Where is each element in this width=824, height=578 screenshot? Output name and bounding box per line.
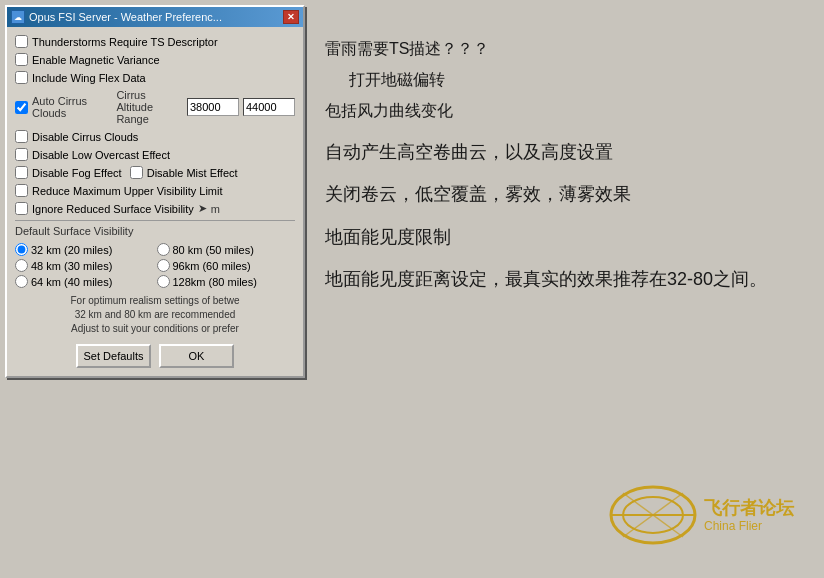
disable-cirrus-label: Disable Cirrus Clouds: [32, 131, 138, 143]
app-icon: ☁: [11, 10, 25, 24]
title-bar-left: ☁ Opus FSI Server - Weather Preferenc...: [11, 10, 222, 24]
disable-mist-label: Disable Mist Effect: [147, 167, 238, 179]
radio-48km-input[interactable]: [15, 259, 28, 272]
m-unit: m: [211, 203, 220, 215]
annotation-line7: 地面能见度距离设定，最真实的效果推荐在32-80之间。: [325, 264, 795, 295]
info-line2: 32 km and 80 km are recommended: [15, 308, 295, 322]
info-line3: Adjust to suit your conditions or prefer: [15, 322, 295, 336]
thunderstorms-row: Thunderstorms Require TS Descriptor: [15, 35, 295, 48]
annotation-line6: 地面能见度限制: [325, 222, 795, 253]
radio-80km: 80 km (50 miles): [157, 243, 296, 256]
magnetic-variance-checkbox[interactable]: [15, 53, 28, 66]
auto-cirrus-checkbox[interactable]: [15, 101, 28, 114]
radio-64km: 64 km (40 miles): [15, 275, 154, 288]
annotation-line1: 雷雨需要TS描述？？？: [325, 35, 795, 62]
window-title: Opus FSI Server - Weather Preferenc...: [29, 11, 222, 23]
thunderstorms-label: Thunderstorms Require TS Descriptor: [32, 36, 218, 48]
wing-flex-checkbox[interactable]: [15, 71, 28, 84]
annotation-line2: 打开地磁偏转: [325, 66, 795, 93]
info-text: For optimum realism settings of betwe 32…: [15, 294, 295, 336]
logo-sub-text: China Flier: [704, 519, 794, 533]
annotation-section-2: 自动产生高空卷曲云，以及高度设置: [325, 137, 795, 168]
set-defaults-button[interactable]: Set Defaults: [76, 344, 151, 368]
ignore-reduced-checkbox[interactable]: [15, 202, 28, 215]
radio-48km: 48 km (30 miles): [15, 259, 154, 272]
disable-fog-section: Disable Fog Effect: [15, 166, 122, 179]
disable-mist-section: Disable Mist Effect: [130, 166, 238, 179]
disable-cirrus-checkbox[interactable]: [15, 130, 28, 143]
logo-main-text: 飞行者论坛: [704, 498, 794, 520]
disable-low-overcast-row: Disable Low Overcast Effect: [15, 148, 295, 161]
radio-96km: 96km (60 miles): [157, 259, 296, 272]
disable-fog-label: Disable Fog Effect: [32, 167, 122, 179]
radio-80km-label: 80 km (50 miles): [173, 244, 254, 256]
radio-32km-input[interactable]: [15, 243, 28, 256]
magnetic-variance-row: Enable Magnetic Variance: [15, 53, 295, 66]
arrow-icon: ➤: [198, 202, 207, 215]
radio-32km-label: 32 km (20 miles): [31, 244, 112, 256]
info-line1: For optimum realism settings of betwe: [15, 294, 295, 308]
reduce-visibility-label: Reduce Maximum Upper Visibility Limit: [32, 185, 223, 197]
ignore-reduced-label: Ignore Reduced Surface Visibility: [32, 203, 194, 215]
disable-fog-checkbox[interactable]: [15, 166, 28, 179]
radio-48km-label: 48 km (30 miles): [31, 260, 112, 272]
altitude-section: Cirrus Altitude Range: [116, 89, 295, 125]
button-row: Set Defaults OK: [15, 344, 295, 368]
disable-low-overcast-checkbox[interactable]: [15, 148, 28, 161]
radio-80km-input[interactable]: [157, 243, 170, 256]
preferences-window: ☁ Opus FSI Server - Weather Preferenc...…: [5, 5, 305, 378]
window-content: Thunderstorms Require TS Descriptor Enab…: [7, 27, 303, 376]
title-bar: ☁ Opus FSI Server - Weather Preferenc...…: [7, 7, 303, 27]
visibility-section: Default Surface Visibility 32 km (20 mil…: [15, 225, 295, 336]
disable-cirrus-row: Disable Cirrus Clouds: [15, 130, 295, 143]
thunderstorms-checkbox[interactable]: [15, 35, 28, 48]
close-button[interactable]: ✕: [283, 10, 299, 24]
auto-cirrus-label: Auto Cirrus Clouds: [32, 95, 108, 119]
radio-96km-label: 96km (60 miles): [173, 260, 251, 272]
fog-mist-row: Disable Fog Effect Disable Mist Effect: [15, 166, 295, 179]
radio-128km-label: 128km (80 miles): [173, 276, 257, 288]
radio-grid: 32 km (20 miles) 80 km (50 miles) 48 km …: [15, 243, 295, 288]
auto-cirrus-row: Auto Cirrus Clouds Cirrus Altitude Range: [15, 89, 295, 125]
annotation-section-5: 地面能见度距离设定，最真实的效果推荐在32-80之间。: [325, 264, 795, 295]
ignore-reduced-row: Ignore Reduced Surface Visibility ➤ m: [15, 202, 295, 215]
magnetic-variance-label: Enable Magnetic Variance: [32, 54, 160, 66]
annotation-line4: 自动产生高空卷曲云，以及高度设置: [325, 137, 795, 168]
radio-64km-label: 64 km (40 miles): [31, 276, 112, 288]
ok-button[interactable]: OK: [159, 344, 234, 368]
divider: [15, 220, 295, 221]
annotation-section-1: 雷雨需要TS描述？？？ 打开地磁偏转 包括风力曲线变化: [325, 35, 795, 125]
reduce-visibility-checkbox[interactable]: [15, 184, 28, 197]
cirrus-altitude-label: Cirrus Altitude Range: [116, 89, 183, 125]
annotation-section-3: 关闭卷云，低空覆盖，雾效，薄雾效果: [325, 179, 795, 210]
annotation-line5: 关闭卷云，低空覆盖，雾效，薄雾效果: [325, 179, 795, 210]
disable-mist-checkbox[interactable]: [130, 166, 143, 179]
cirrus-max-input[interactable]: [243, 98, 295, 116]
radio-64km-input[interactable]: [15, 275, 28, 288]
wing-flex-row: Include Wing Flex Data: [15, 71, 295, 84]
cirrus-min-input[interactable]: [187, 98, 239, 116]
reduce-visibility-row: Reduce Maximum Upper Visibility Limit: [15, 184, 295, 197]
radio-128km: 128km (80 miles): [157, 275, 296, 288]
annotation-line3: 包括风力曲线变化: [325, 97, 795, 124]
visibility-title: Default Surface Visibility: [15, 225, 295, 237]
wing-flex-label: Include Wing Flex Data: [32, 72, 146, 84]
annotation-section-4: 地面能见度限制: [325, 222, 795, 253]
radio-128km-input[interactable]: [157, 275, 170, 288]
logo-area: 飞行者论坛 China Flier: [608, 483, 794, 548]
disable-low-overcast-label: Disable Low Overcast Effect: [32, 149, 170, 161]
logo-text-section: 飞行者论坛 China Flier: [704, 498, 794, 534]
annotation-panel: 雷雨需要TS描述？？？ 打开地磁偏转 包括风力曲线变化 自动产生高空卷曲云，以及…: [310, 25, 810, 317]
radio-96km-input[interactable]: [157, 259, 170, 272]
logo-ellipse-svg: [608, 483, 698, 548]
radio-32km: 32 km (20 miles): [15, 243, 154, 256]
